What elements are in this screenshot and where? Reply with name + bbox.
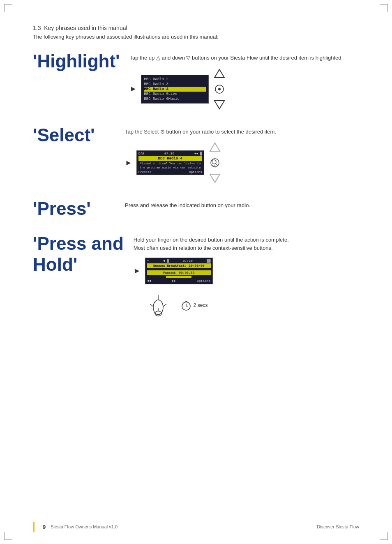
press-and-hold-illustration: ► ≡ ◀ ▓ 07:36 ▓▓ Sussex Breakfast: 20/08…: [134, 258, 359, 320]
screen-header-icons: ●● ▓: [194, 152, 202, 155]
footer-manual-title: Siesta Flow Owner's Manual v1.0: [51, 524, 118, 529]
page-number: 9: [43, 524, 46, 530]
corner-mark-br: [380, 532, 388, 540]
station-item-highlighted: BBC Radio 4: [144, 87, 206, 92]
hold-header-left: ≡: [147, 259, 149, 263]
screen-footer: Presets Options: [138, 171, 202, 174]
screen-footer-left: Presets: [138, 171, 152, 174]
up-arrow-icon-select: [208, 141, 221, 154]
yellow-bar-icon: [33, 522, 35, 532]
screen-footer-right: Options: [189, 171, 202, 174]
svg-line-13: [163, 304, 166, 307]
select-radio-screen: DAB 07:36 ●● ▓ BBC Radio 4 Missed an ite…: [136, 150, 204, 175]
press-and-hold-content: Hold your finger on the desired button u…: [134, 233, 359, 320]
highlight-content: Tap the up △ and down ▽ buttons on your …: [130, 51, 359, 111]
svg-marker-3: [214, 101, 224, 109]
highlight-section: 'Highlight' Tap the up △ and down ▽ butt…: [33, 51, 359, 111]
station-list: BBC Radio 2 BBC Radio 3 BBC Radio 4 BBC …: [144, 77, 206, 101]
footer-right: Discover Siesta Flow: [317, 524, 359, 529]
page: 1.3 Key phrases used in this manual The …: [0, 0, 392, 544]
corner-mark-tl: [4, 4, 12, 12]
hold-screen-paused: Paused: 00:08.50: [147, 270, 211, 275]
down-arrow-icon: [213, 97, 226, 111]
select-circle-icon: [214, 83, 225, 95]
select-illustration: ► DAB 07:36 ●● ▓ BBC Radio 4 Missed an i…: [125, 141, 359, 184]
svg-point-6: [212, 160, 216, 164]
intro-text: The following key phrases and associated…: [33, 34, 359, 40]
select-content: Tap the Select ⊙ button on your radio to…: [125, 125, 359, 184]
select-section: 'Select' Tap the Select ⊙ button on your…: [33, 125, 359, 184]
section-heading: 1.3 Key phrases used in this manual: [33, 25, 127, 31]
press-description: Press and release the indicated button o…: [125, 201, 359, 210]
hold-header-time: 07:36: [183, 259, 193, 263]
corner-mark-tr: [380, 4, 388, 12]
timer-badge: 2 secs: [180, 300, 208, 311]
play-arrow-hold: ►: [134, 267, 141, 275]
hold-screen-header: ≡ ◀ ▓ 07:36 ▓▓: [147, 259, 211, 263]
press-content: Press and release the indicated button o…: [125, 199, 359, 215]
corner-mark-bl: [4, 532, 12, 540]
screen-body-text: Missed an item? You can listen to the pr…: [138, 162, 202, 170]
press-and-hold-desc: Hold your finger on the desired button u…: [134, 236, 359, 252]
highlight-description: Tap the up △ and down ▽ buttons on your …: [130, 54, 359, 62]
play-arrow-select: ►: [125, 159, 132, 167]
screen-station-name: BBC Radio 4: [138, 156, 202, 161]
nav-arrows-highlight: [213, 68, 226, 111]
press-hold-device: ► ≡ ◀ ▓ 07:36 ▓▓ Sussex Breakfast: 20/08…: [134, 258, 213, 284]
select-description: Tap the Select ⊙ button on your radio to…: [125, 128, 359, 136]
hold-radio-screen: ≡ ◀ ▓ 07:36 ▓▓ Sussex Breakfast: 20/08/0…: [145, 258, 213, 284]
hold-screen-title: Sussex Breakfast: 20/08/08: [147, 263, 211, 268]
timer-icon: [180, 300, 192, 311]
hold-controls: ◄◄ ▶▶ Options: [147, 279, 211, 283]
svg-line-12: [150, 304, 153, 307]
select-label: 'Select': [33, 125, 115, 145]
station-item: BBC Radio 6Music: [144, 97, 206, 101]
hold-ctrl-right: Options: [197, 279, 211, 283]
up-arrow-icon: [213, 68, 226, 81]
select-circle-icon-select: [209, 157, 221, 168]
press-and-hold-label: 'Press and Hold': [33, 233, 124, 275]
footer-brand-text: Discover Siesta Flow: [317, 524, 359, 529]
press-section: 'Press' Press and release the indicated …: [33, 199, 359, 219]
footer-left: 9 Siesta Flow Owner's Manual v1.0: [33, 522, 118, 532]
hand-timer-illustration: 2 secs: [146, 291, 208, 320]
station-item: BBC Radio 2: [144, 77, 206, 82]
hold-header-icons: ◀ ▓: [163, 259, 168, 263]
svg-marker-4: [210, 143, 220, 151]
screen-header-left: DAB: [138, 152, 144, 155]
hold-ctrl-mid: ▶▶: [172, 279, 176, 283]
screen-header: DAB 07:36 ●● ▓: [138, 152, 202, 155]
screen-header-time: 07:36: [164, 152, 174, 155]
svg-point-11: [153, 300, 163, 315]
svg-line-7: [216, 164, 218, 166]
station-item: BBC Radio 3: [144, 82, 206, 87]
station-item: BBC Radio 5Live: [144, 92, 206, 97]
play-arrow-highlight: ►: [130, 85, 137, 93]
page-footer: 9 Siesta Flow Owner's Manual v1.0 Discov…: [33, 522, 359, 532]
svg-marker-10: [210, 174, 220, 182]
hold-header-signal: ▓▓: [207, 259, 211, 263]
hold-ctrl-left: ◄◄: [147, 279, 151, 283]
nav-arrows-select: [208, 141, 221, 184]
timer-label: 2 secs: [194, 302, 208, 308]
hand-press-icon: [146, 291, 179, 320]
svg-point-2: [218, 88, 221, 90]
hold-progress-bar: [166, 276, 191, 278]
highlight-illustration: ► BBC Radio 2 BBC Radio 3 BBC Radio 4 BB…: [130, 68, 359, 111]
down-arrow-icon-select: [208, 171, 221, 184]
highlight-label: 'Highlight': [33, 51, 120, 71]
highlight-radio-screen: BBC Radio 2 BBC Radio 3 BBC Radio 4 BBC …: [141, 75, 209, 104]
svg-marker-0: [214, 69, 224, 78]
press-label: 'Press': [33, 199, 115, 219]
press-and-hold-section: 'Press and Hold' Hold your finger on the…: [33, 233, 359, 320]
